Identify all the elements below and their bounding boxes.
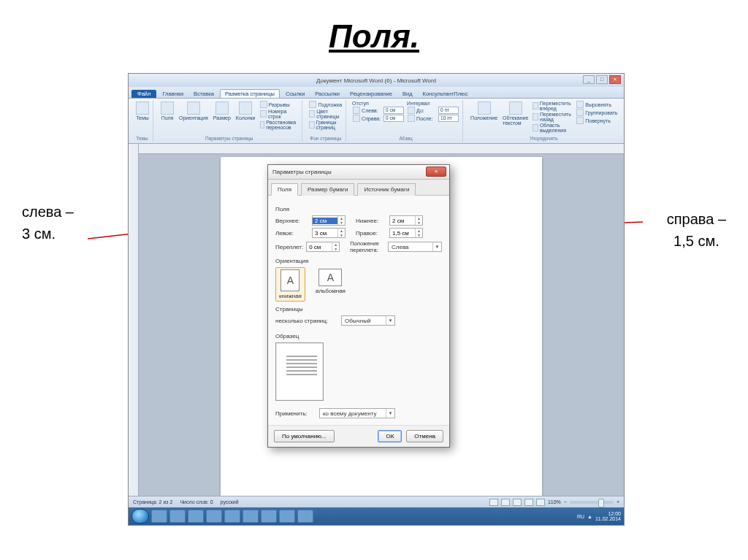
orientation-button[interactable]: Ориентация — [178, 101, 210, 121]
taskbar-ie-icon[interactable] — [151, 510, 167, 523]
spacing-after-row: После:10 пт — [407, 115, 459, 122]
tab-home[interactable]: Главная — [158, 90, 188, 98]
multipage-value: Обычный — [342, 318, 386, 324]
zoom-plus[interactable]: + — [617, 499, 619, 505]
size-button[interactable]: Размер — [212, 101, 232, 121]
start-button[interactable] — [131, 509, 149, 523]
bottom-margin-label: Нижнее: — [356, 218, 386, 224]
taskbar-word-icon[interactable] — [261, 510, 277, 523]
orientation-portrait-button[interactable]: A книжная — [275, 267, 305, 302]
wrap-text-button[interactable]: Обтекание текстом — [501, 101, 530, 126]
group-page-setup: Параметры страницы — [159, 135, 299, 141]
ok-button[interactable]: ОК — [378, 430, 402, 442]
tray-clock[interactable]: 12:00 11.02.2014 — [595, 511, 621, 521]
breaks-button[interactable]: Разрывы — [259, 101, 299, 108]
page-borders-button[interactable]: Границы страниц — [308, 120, 343, 130]
zoom-slider[interactable] — [570, 501, 614, 504]
dialog-tab-margins[interactable]: Поля — [271, 183, 298, 196]
bottom-margin-spinner[interactable]: ▲▼ — [389, 215, 423, 226]
tab-view[interactable]: Вид — [398, 90, 417, 98]
dialog-close-button[interactable]: × — [426, 166, 446, 177]
tab-consultant[interactable]: КонсультантПлюс — [419, 90, 473, 98]
gutter-pos-combo[interactable]: Слева▼ — [388, 242, 442, 252]
view-web-button[interactable] — [513, 499, 522, 506]
orientation-landscape-button[interactable]: A альбомная — [313, 267, 348, 302]
watermark-button[interactable]: Подложка — [308, 101, 343, 108]
spacing-after-value[interactable]: 10 пт — [438, 115, 459, 122]
maximize-button[interactable]: □ — [596, 75, 608, 84]
gutter-input[interactable] — [307, 244, 332, 250]
tab-mailings[interactable]: Рассылки — [310, 90, 344, 98]
tray-time: 12:00 — [595, 511, 621, 516]
tab-references[interactable]: Ссылки — [281, 90, 309, 98]
columns-button[interactable]: Колонки — [234, 101, 257, 121]
top-margin-spinner[interactable]: ▲▼ — [312, 215, 346, 226]
tab-file[interactable]: Файл — [131, 90, 156, 98]
gutter-spinner[interactable]: ▲▼ — [306, 242, 340, 252]
indent-right-value[interactable]: 0 см — [383, 115, 404, 122]
minimize-button[interactable]: _ — [583, 75, 595, 84]
align-button[interactable]: Выровнять — [576, 101, 618, 108]
cancel-button[interactable]: Отмена — [406, 430, 443, 442]
spacing-after-icon — [408, 115, 415, 122]
themes-button[interactable]: Темы — [134, 101, 150, 121]
gutter-label: Переплет: — [275, 244, 303, 250]
default-button[interactable]: По умолчанию... — [274, 430, 335, 442]
dialog-tab-source[interactable]: Источник бумаги — [357, 183, 416, 196]
taskbar-explorer-icon[interactable] — [169, 510, 186, 523]
taskbar-app2-icon[interactable] — [224, 510, 240, 523]
themes-label: Темы — [136, 115, 149, 120]
right-margin-spinner[interactable]: ▲▼ — [389, 228, 423, 238]
indent-left-row: Слева:0 см — [352, 107, 405, 114]
indent-left-value[interactable]: 0 см — [383, 107, 404, 114]
section-margins-label: Поля — [275, 206, 442, 212]
taskbar-app4-icon[interactable] — [297, 510, 313, 523]
columns-label: Колонки — [236, 115, 256, 120]
borders-icon — [309, 121, 314, 129]
tab-review[interactable]: Рецензирование — [346, 90, 397, 98]
close-button[interactable]: × — [609, 75, 621, 84]
zoom-value[interactable]: 110% — [548, 499, 561, 505]
position-button[interactable]: Положение — [469, 101, 499, 121]
status-language[interactable]: русский — [221, 499, 239, 505]
tab-insert[interactable]: Вставка — [189, 90, 218, 98]
dialog-tab-paper[interactable]: Размер бумаги — [301, 183, 354, 196]
view-print-layout-button[interactable] — [489, 499, 498, 506]
hyphenation-button[interactable]: Расстановка переносов — [259, 120, 299, 130]
right-margin-input[interactable] — [390, 230, 415, 237]
top-margin-input[interactable] — [313, 218, 337, 224]
annot-right-line2: 1,5 см. — [667, 230, 726, 252]
watermark-label: Подложка — [318, 102, 342, 107]
indent-label: Отступ — [352, 101, 405, 106]
zoom-minus[interactable]: − — [564, 499, 567, 505]
tray-flag-icon[interactable]: ▲ — [587, 514, 592, 519]
margins-button[interactable]: Поля — [159, 101, 175, 121]
apply-to-combo[interactable]: ко всему документу▼ — [319, 408, 395, 418]
backward-label: Переместить назад — [540, 112, 573, 122]
bottom-margin-input[interactable] — [390, 218, 415, 224]
view-reading-button[interactable] — [501, 499, 510, 506]
tab-page-layout[interactable]: Разметка страницы — [220, 89, 280, 98]
page-color-button[interactable]: Цвет страницы — [308, 109, 343, 119]
rotate-label: Повернуть — [585, 118, 611, 123]
bring-forward-button[interactable]: Переместить вперед — [532, 101, 573, 111]
taskbar-firefox-icon[interactable] — [206, 510, 222, 523]
multipage-combo[interactable]: Обычный▼ — [341, 315, 395, 326]
group-button[interactable]: Группировать — [576, 109, 618, 116]
spacing-before-value[interactable]: 0 пт — [438, 107, 459, 114]
left-margin-spinner[interactable]: ▲▼ — [312, 228, 346, 238]
taskbar-powerpoint-icon[interactable] — [243, 510, 259, 523]
send-backward-button[interactable]: Переместить назад — [532, 112, 573, 122]
view-outline-button[interactable] — [524, 499, 533, 506]
rotate-button[interactable]: Повернуть — [576, 117, 618, 124]
indent-right-row: Справа:0 см — [352, 115, 405, 122]
line-numbers-button[interactable]: Номера строк — [259, 109, 299, 119]
view-draft-button[interactable] — [536, 499, 545, 506]
indent-right-icon — [353, 115, 360, 122]
left-margin-input[interactable] — [313, 230, 337, 237]
status-page: Страница: 2 из 2 — [133, 499, 172, 505]
selection-pane-button[interactable]: Область выделения — [532, 123, 573, 133]
tray-language[interactable]: RU — [577, 514, 584, 519]
taskbar-app3-icon[interactable] — [279, 510, 295, 523]
taskbar-app-icon[interactable] — [188, 510, 204, 523]
